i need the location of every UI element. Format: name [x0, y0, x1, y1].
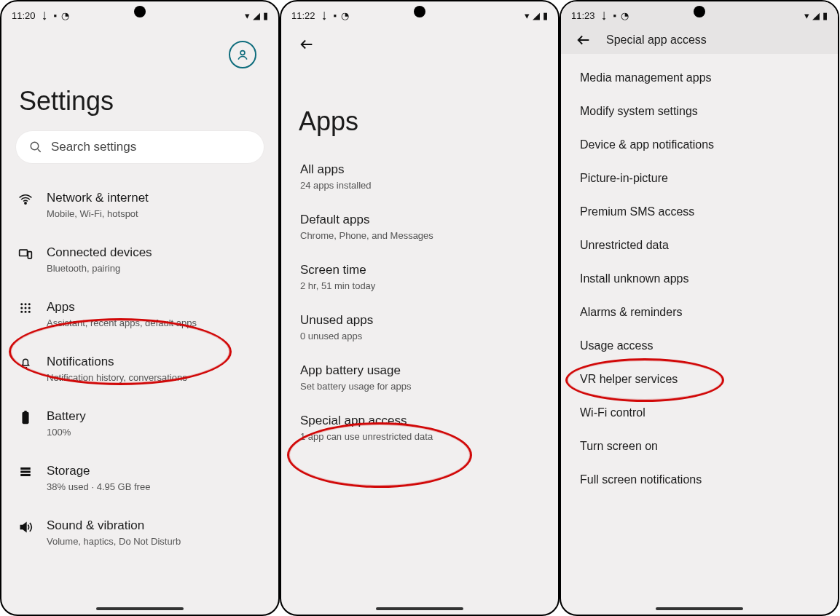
- apps-item-screentime[interactable]: Screen time2 hr, 51 min today: [296, 252, 543, 302]
- svg-point-8: [20, 307, 23, 309]
- user-icon: [235, 47, 250, 62]
- clock-text: 11:20: [12, 10, 36, 21]
- svg-point-12: [25, 311, 27, 313]
- page-title: Settings: [19, 86, 261, 117]
- svg-point-2: [25, 202, 26, 204]
- item-label: Install unknown apps: [580, 272, 688, 285]
- item-title: Special app access: [300, 414, 539, 428]
- item-label: Picture-in-picture: [580, 172, 668, 184]
- battery-icon: ▮: [543, 10, 548, 21]
- item-title: All apps: [300, 162, 539, 177]
- item-title: Screen time: [300, 263, 539, 277]
- signal-icon: ◢: [253, 10, 260, 21]
- search-input[interactable]: Search settings: [16, 131, 264, 163]
- svg-rect-18: [20, 474, 31, 476]
- item-label: Premium SMS access: [580, 205, 694, 218]
- clock-text: 11:22: [291, 10, 315, 21]
- camera-hole: [694, 6, 705, 17]
- battery-icon: ▮: [263, 10, 268, 21]
- sound-icon: [17, 518, 34, 534]
- settings-item-storage[interactable]: Storage38% used · 4.95 GB free: [16, 451, 264, 505]
- phone-special-access: 11:23 ⭣ ▪ ◔ ▾ ◢ ▮ Special app access Med…: [560, 0, 839, 616]
- svg-rect-17: [20, 471, 31, 473]
- item-sub: 2 hr, 51 min today: [300, 280, 539, 291]
- settings-item-apps[interactable]: AppsAssistant, recent apps, default apps: [16, 287, 264, 341]
- item-sub: 100%: [47, 427, 86, 438]
- devices-icon: [17, 245, 34, 261]
- svg-rect-14: [22, 412, 28, 424]
- settings-item-network[interactable]: Network & internetMobile, Wi-Fi, hotspot: [16, 178, 264, 232]
- svg-point-1: [31, 142, 39, 150]
- sa-item-wifi[interactable]: Wi-Fi control: [576, 396, 823, 430]
- svg-point-5: [20, 303, 23, 305]
- special-access-list: Media management apps Modify system sett…: [576, 61, 823, 497]
- sa-item-sms[interactable]: Premium SMS access: [576, 195, 823, 229]
- settings-item-sound[interactable]: Sound & vibrationVolume, haptics, Do Not…: [16, 505, 264, 560]
- android-icon: ▪: [54, 10, 58, 21]
- back-button[interactable]: [299, 36, 315, 52]
- apps-item-battery[interactable]: App battery usageSet battery usage for a…: [296, 352, 543, 403]
- item-sub: 38% used · 4.95 GB free: [47, 481, 150, 492]
- signal-icon: ◢: [812, 10, 820, 21]
- apps-item-all[interactable]: All apps24 apps installed: [296, 151, 543, 202]
- nav-bar[interactable]: [561, 594, 838, 615]
- item-title: App battery usage: [300, 363, 539, 378]
- sa-item-modify[interactable]: Modify system settings: [576, 95, 823, 128]
- svg-rect-16: [20, 467, 31, 470]
- back-button[interactable]: [576, 32, 592, 48]
- item-label: Wi-Fi control: [580, 406, 645, 419]
- android-icon: ▪: [334, 10, 337, 21]
- item-sub: 1 app can use unrestricted data: [300, 431, 539, 442]
- settings-item-notifications[interactable]: NotificationsNotification history, conve…: [16, 341, 264, 396]
- item-title: Notifications: [47, 355, 187, 369]
- item-title: Battery: [47, 409, 86, 424]
- item-sub: Chrome, Phone, and Messages: [300, 230, 539, 241]
- item-label: Media management apps: [580, 71, 712, 84]
- item-label: Full screen notifications: [580, 473, 702, 486]
- wifi-icon: [17, 191, 34, 207]
- settings-list: Network & internetMobile, Wi-Fi, hotspot…: [16, 178, 264, 560]
- sa-item-media[interactable]: Media management apps: [576, 61, 823, 95]
- nav-bar[interactable]: [1, 594, 278, 615]
- battery-icon: ▮: [823, 10, 828, 21]
- sa-item-data[interactable]: Unrestricted data: [576, 229, 823, 262]
- phone-apps: 11:22 ⭣ ▪ ◔ ▾ ◢ ▮ Apps All apps24 apps i…: [280, 0, 560, 616]
- item-sub: 24 apps installed: [300, 180, 539, 191]
- page-title: Apps: [299, 106, 541, 137]
- apps-item-unused[interactable]: Unused apps0 unused apps: [296, 302, 543, 352]
- item-sub: Volume, haptics, Do Not Disturb: [47, 536, 181, 547]
- sa-item-pip[interactable]: Picture-in-picture: [576, 162, 823, 195]
- profile-button[interactable]: [229, 41, 256, 68]
- item-title: Unused apps: [300, 313, 539, 328]
- sa-item-usage[interactable]: Usage access: [576, 329, 823, 363]
- nav-bar[interactable]: [281, 594, 558, 615]
- sa-item-alarms[interactable]: Alarms & reminders: [576, 296, 823, 329]
- android-icon: ▪: [613, 10, 617, 21]
- clock-icon: ◔: [621, 10, 629, 21]
- sa-item-fullscreen[interactable]: Full screen notifications: [576, 463, 823, 497]
- bell-icon: [17, 355, 34, 369]
- item-sub: Notification history, conversations: [47, 372, 187, 383]
- item-title: Network & internet: [47, 191, 149, 205]
- clock-icon: ◔: [341, 10, 349, 21]
- settings-item-battery[interactable]: Battery100%: [16, 396, 264, 451]
- svg-rect-3: [20, 250, 28, 256]
- camera-hole: [414, 6, 425, 17]
- item-title: Default apps: [300, 213, 539, 227]
- sa-item-vr[interactable]: VR helper services: [576, 363, 823, 396]
- item-sub: Assistant, recent apps, default apps: [47, 317, 197, 328]
- sa-item-unknown[interactable]: Install unknown apps: [576, 262, 823, 296]
- sa-item-screen[interactable]: Turn screen on: [576, 430, 823, 463]
- apps-item-default[interactable]: Default appsChrome, Phone, and Messages: [296, 202, 543, 252]
- sa-item-notifications[interactable]: Device & app notifications: [576, 128, 823, 162]
- settings-item-connected[interactable]: Connected devicesBluetooth, pairing: [16, 232, 264, 287]
- svg-point-0: [240, 51, 245, 55]
- item-title: Connected devices: [47, 245, 152, 260]
- svg-point-13: [28, 311, 31, 313]
- item-label: Alarms & reminders: [580, 306, 682, 318]
- wifi-icon: ▾: [245, 10, 250, 21]
- apps-icon: [17, 300, 34, 315]
- svg-point-7: [28, 303, 31, 305]
- phone-settings: 11:20 ⭣ ▪ ◔ ▾ ◢ ▮ Settings Search settin…: [0, 0, 280, 616]
- apps-item-special[interactable]: Special app access1 app can use unrestri…: [296, 403, 543, 453]
